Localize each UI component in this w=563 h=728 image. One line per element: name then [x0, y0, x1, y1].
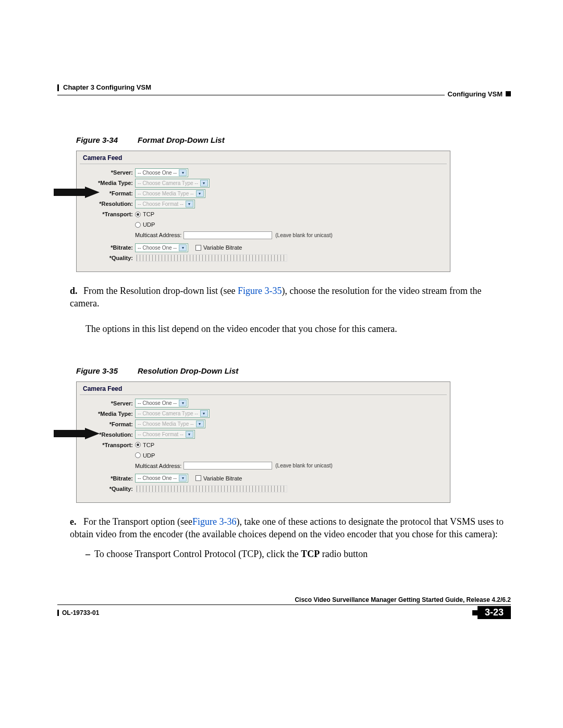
- label-multicast: Multicast Address:: [135, 232, 181, 238]
- server-select[interactable]: -- Choose One --▾: [135, 168, 188, 177]
- chevron-down-icon: ▾: [179, 169, 187, 176]
- camera-feed-form: *Server: -- Choose One --▾ *Media Type: …: [80, 396, 447, 499]
- media-type-select[interactable]: -- Choose Camera Type --▾: [135, 179, 210, 188]
- header-left: Chapter 3 Configuring VSM: [57, 83, 151, 91]
- variable-bitrate-label: Variable Bitrate: [203, 475, 242, 482]
- label-multicast: Multicast Address:: [135, 463, 181, 469]
- label-bitrate: *Bitrate:: [111, 244, 133, 251]
- list-marker: d.: [70, 285, 83, 297]
- label-server: *Server:: [111, 169, 133, 176]
- figure-title: Resolution Drop-Down List: [138, 366, 238, 375]
- tcp-radio[interactable]: [135, 442, 141, 448]
- multicast-input[interactable]: [183, 231, 272, 239]
- figure-number: Figure 3-34: [76, 135, 118, 144]
- page-number: 3-23: [478, 606, 511, 619]
- label-quality: *Quality:: [109, 255, 133, 261]
- format-select[interactable]: -- Choose Media Type --▾: [135, 189, 205, 198]
- doc-number: OL-19733-01: [57, 609, 99, 616]
- media-type-select[interactable]: -- Choose Camera Type --▾: [135, 409, 210, 418]
- label-transport: *Transport:: [102, 211, 133, 217]
- unicast-hint: (Leave blank for unicast): [275, 232, 333, 238]
- resolution-select[interactable]: -- Choose Format --▾: [135, 200, 195, 208]
- chevron-down-icon: ▾: [196, 421, 204, 427]
- footer-marker: [472, 610, 478, 615]
- label-transport: *Transport:: [102, 442, 133, 448]
- resolution-select[interactable]: -- Choose Format --▾: [135, 430, 195, 439]
- quality-slider[interactable]: [136, 485, 287, 492]
- format-select[interactable]: -- Choose Media Type --▾: [135, 419, 205, 428]
- fieldset-legend: Camera Feed: [80, 154, 447, 164]
- dash-icon: –: [85, 549, 90, 559]
- figure-caption: Figure 3-34Format Drop-Down List: [76, 135, 511, 144]
- udp-label: UDP: [143, 221, 155, 228]
- figure-number: Figure 3-35: [76, 366, 118, 375]
- book-title: Cisco Video Surveillance Manager Getting…: [57, 594, 511, 604]
- chevron-down-icon: ▾: [196, 190, 204, 197]
- label-format: *Format:: [109, 421, 133, 427]
- sub-bullet: –To choose Transport Control Protocol (T…: [85, 548, 511, 560]
- unicast-hint: (Leave blank for unicast): [275, 463, 333, 468]
- chevron-down-icon: ▾: [200, 410, 208, 417]
- figure-title: Format Drop-Down List: [138, 135, 225, 144]
- multicast-input[interactable]: [183, 462, 272, 470]
- chevron-down-icon: ▾: [200, 180, 208, 187]
- chevron-down-icon: ▾: [179, 244, 187, 251]
- label-bitrate: *Bitrate:: [111, 475, 133, 482]
- fieldset-legend: Camera Feed: [80, 385, 447, 395]
- chevron-down-icon: ▾: [179, 400, 187, 406]
- list-marker: e.: [70, 515, 83, 528]
- figure-3-35: Camera Feed *Server: -- Choose One --▾ *…: [76, 381, 450, 503]
- label-resolution: *Resolution:: [99, 201, 133, 207]
- step-d-note: The options in this list depend on the v…: [85, 323, 511, 335]
- label-server: *Server:: [111, 400, 133, 406]
- tcp-radio[interactable]: [135, 212, 141, 217]
- header-right: Configuring VSM: [445, 90, 511, 98]
- label-quality: *Quality:: [109, 486, 133, 492]
- page-header: Chapter 3 Configuring VSM Configuring VS…: [57, 83, 511, 104]
- header-rule: [57, 95, 511, 95]
- chapter-label: Chapter 3 Configuring VSM: [63, 83, 151, 91]
- label-media-type: *Media Type:: [98, 180, 133, 186]
- server-select[interactable]: -- Choose One --▾: [135, 399, 188, 408]
- step-e: e.For the Transport option (seeFigure 3-…: [70, 515, 511, 541]
- figure-3-34: Camera Feed *Server: -- Choose One --▾ *…: [76, 151, 450, 272]
- bitrate-select[interactable]: -- Choose One --▾: [135, 243, 188, 252]
- tcp-label: TCP: [143, 211, 154, 217]
- camera-feed-form: *Server: -- Choose One --▾ *Media Type: …: [80, 165, 447, 268]
- bitrate-select[interactable]: -- Choose One --▾: [135, 474, 188, 483]
- label-resolution: *Resolution:: [99, 431, 133, 438]
- step-d: d.From the Resolution drop-down list (se…: [70, 285, 511, 310]
- chevron-down-icon: ▾: [179, 475, 187, 482]
- tcp-term: TCP: [301, 549, 320, 559]
- quality-slider[interactable]: [136, 254, 287, 262]
- udp-label: UDP: [143, 452, 155, 459]
- figure-link[interactable]: Figure 3-35: [238, 286, 282, 296]
- section-label: Configuring VSM: [448, 90, 503, 98]
- chevron-down-icon: ▾: [186, 201, 193, 207]
- udp-radio[interactable]: [135, 222, 141, 228]
- chevron-down-icon: ▾: [186, 431, 193, 438]
- variable-bitrate-checkbox[interactable]: [195, 475, 201, 481]
- figure-caption: Figure 3-35Resolution Drop-Down List: [76, 366, 511, 375]
- label-media-type: *Media Type:: [98, 411, 133, 417]
- tcp-label: TCP: [143, 442, 154, 448]
- label-format: *Format:: [109, 190, 133, 196]
- figure-link[interactable]: Figure 3-36: [192, 516, 237, 527]
- variable-bitrate-label: Variable Bitrate: [203, 244, 242, 251]
- page-footer: Cisco Video Surveillance Manager Getting…: [57, 594, 511, 619]
- udp-radio[interactable]: [135, 452, 141, 458]
- variable-bitrate-checkbox[interactable]: [195, 245, 201, 251]
